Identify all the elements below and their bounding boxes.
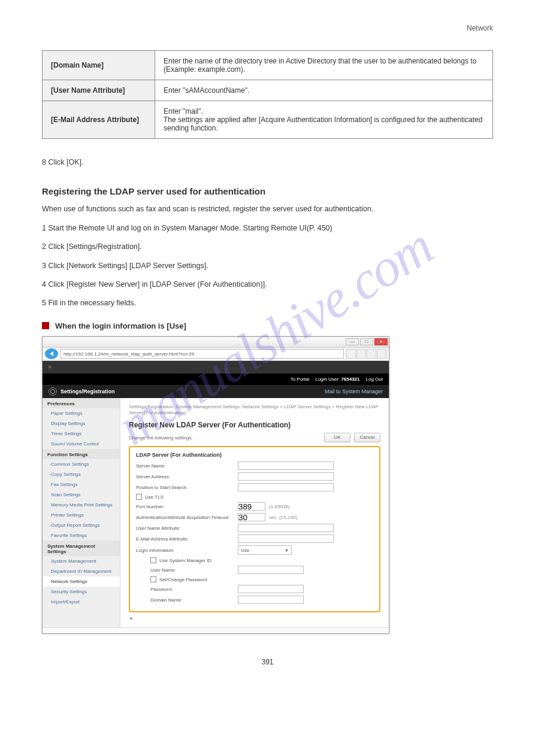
server-address-input[interactable] — [238, 472, 334, 481]
minimize-button[interactable]: — — [346, 338, 359, 345]
maximize-button[interactable]: □ — [360, 338, 373, 345]
flag-text: When the login information is [Use] — [55, 321, 186, 330]
settings-title: Settings/Registration — [61, 388, 115, 394]
login-user-label: Login User: 7654321 — [315, 377, 359, 382]
ui-footer — [43, 627, 389, 633]
step-4: 4 Click [Register New Server] in [LDAP S… — [42, 279, 493, 290]
label-server-address: Server Address: — [136, 474, 238, 479]
sidebar-item-importexport[interactable]: Import/Export — [43, 597, 120, 607]
label-password: Password: — [150, 587, 238, 592]
section-heading: Registering the LDAP server used for aut… — [42, 186, 493, 196]
box-title: LDAP Server (For Authentication) — [136, 452, 373, 458]
sidebar-item-printer[interactable]: Printer Settings — [43, 510, 120, 520]
cancel-button[interactable]: Cancel — [354, 433, 380, 442]
step-2: 2 Click [Settings/Registration]. — [42, 241, 493, 253]
ok-button[interactable]: OK — [324, 433, 350, 442]
label-setchange: Set/Change Password — [159, 577, 207, 582]
browser-tabbar: ⎘ — [43, 361, 389, 374]
favorite-icon[interactable] — [367, 349, 376, 359]
back-button[interactable] — [45, 348, 58, 359]
label-username: User Name: — [150, 567, 238, 573]
login-info-select[interactable]: Use▼ — [238, 545, 292, 555]
label-use-tls: Use TLS — [145, 494, 164, 500]
cell-label: [Domain Name] — [43, 51, 155, 80]
mail-attr-input[interactable] — [238, 535, 334, 543]
step-3: 3 Click [Network Settings] [LDAP Server … — [42, 260, 493, 272]
refresh-icon[interactable] — [346, 349, 356, 359]
form-box: LDAP Server (For Authentication) Server … — [129, 446, 380, 612]
server-name-input[interactable] — [238, 462, 334, 470]
label-domain: Domain Name: — [150, 597, 238, 603]
label-user-attr: User Name Attribute: — [136, 526, 238, 531]
sidebar-section-function: Function Settings — [43, 449, 120, 459]
mail-sysmgr-link[interactable]: Mail to System Manager — [325, 388, 383, 394]
label-port: Port Number: — [136, 504, 238, 509]
sidebar-item-display[interactable]: Display Settings — [43, 418, 120, 429]
table-row: [E-Mail Address Attribute] Enter "mail".… — [43, 101, 493, 139]
domain-input[interactable] — [238, 596, 304, 604]
sidebar-item-copy[interactable]: Copy Settings — [43, 469, 120, 479]
timeout-input[interactable] — [238, 513, 265, 521]
cell-label: [User Name Attribute] — [43, 80, 155, 101]
page-title: Register New LDAP Server (For Authentica… — [129, 421, 380, 429]
sidebar-item-security[interactable]: Security Settings — [43, 587, 120, 597]
page-number: 391 — [42, 658, 493, 666]
gear-icon — [49, 387, 57, 396]
embedded-screenshot: — □ × ⎘ To Portal Login User: 7654321 Lo… — [42, 336, 389, 634]
breadcrumb: Settings/Registration: System Management… — [129, 404, 380, 417]
start-search-input[interactable] — [238, 483, 334, 491]
cell-value: Enter the name of the directory tree in … — [155, 51, 493, 80]
login-user-id: 7654321 — [341, 377, 359, 382]
timeout-unit: sec. (15-150) — [269, 515, 297, 520]
table-row: [Domain Name] Enter the name of the dire… — [43, 51, 493, 80]
arrow-left-icon — [50, 351, 53, 356]
header-right: Network — [467, 24, 493, 32]
chevron-down-icon: ▼ — [285, 548, 289, 552]
home-icon[interactable] — [356, 349, 366, 359]
sidebar-item-sound[interactable]: Sound Volume Control — [43, 439, 120, 449]
port-input[interactable] — [238, 502, 265, 511]
sidebar-item-network[interactable]: Network Settings — [43, 576, 120, 587]
label-timeout: Authentication/Attribute Acquisition Tim… — [136, 515, 238, 520]
sidebar-item-favorite[interactable]: Favorite Settings — [43, 530, 120, 541]
sidebar-item-common[interactable]: Common Settings — [43, 459, 120, 469]
sidebar-item-sysmgmt[interactable]: System Management — [43, 556, 120, 566]
portal-link[interactable]: To Portal — [291, 377, 310, 382]
cell-value: Enter "sAMAccountName". — [155, 80, 493, 101]
user-attr-input[interactable] — [238, 524, 334, 532]
port-range: (1-65535) — [269, 504, 290, 509]
step-5: 5 Fill in the necessary fields. — [42, 297, 493, 309]
sidebar-item-memory[interactable]: Memory Media Print Settings — [43, 500, 120, 510]
close-button[interactable]: × — [374, 338, 388, 345]
cell-label: [E-Mail Address Attribute] — [43, 101, 155, 139]
logout-link[interactable]: Log Out — [366, 377, 383, 382]
sidebar-item-deptid[interactable]: Department ID Management — [43, 566, 120, 576]
settings-bar: Settings/Registration Mail to System Man… — [43, 385, 389, 398]
sidebar-section-preferences: Preferences — [43, 398, 120, 408]
label-server-name: Server Name: — [136, 463, 238, 469]
password-input[interactable] — [238, 585, 304, 593]
window-titlebar: — □ × — [43, 337, 389, 348]
label-use-sysmgr: Use System Manager ID — [159, 558, 211, 563]
sidebar-item-fax[interactable]: Fax Settings — [43, 479, 120, 490]
sidebar-section-system: System Management Settings — [43, 541, 120, 556]
section-intro: When use of functions such as fax and sc… — [42, 204, 493, 215]
use-sysmgr-checkbox[interactable] — [150, 557, 156, 563]
username-input[interactable] — [238, 566, 304, 574]
sidebar-item-output[interactable]: Output Report Settings — [43, 520, 120, 530]
sidebar-item-timer[interactable]: Timer Settings — [43, 429, 120, 439]
label-start-search: Position to Start Search: — [136, 485, 238, 490]
spec-table: [Domain Name] Enter the name of the dire… — [42, 50, 493, 139]
content-pane: Settings/Registration: System Management… — [120, 398, 389, 628]
setchange-checkbox[interactable] — [150, 576, 156, 582]
address-input[interactable] — [61, 349, 344, 359]
flag-icon — [42, 322, 49, 329]
browser-tab[interactable]: ⎘ — [43, 365, 58, 370]
sidebar-item-paper[interactable]: Paper Settings — [43, 408, 120, 418]
sidebar-item-scan[interactable]: Scan Settings — [43, 490, 120, 500]
use-tls-checkbox[interactable] — [136, 494, 142, 500]
step-8: 8 Click [OK]. — [42, 157, 493, 168]
footer-mark: ▼ — [129, 616, 380, 621]
tools-icon[interactable] — [377, 349, 386, 359]
hint-text: Change the following settings. — [129, 435, 193, 441]
